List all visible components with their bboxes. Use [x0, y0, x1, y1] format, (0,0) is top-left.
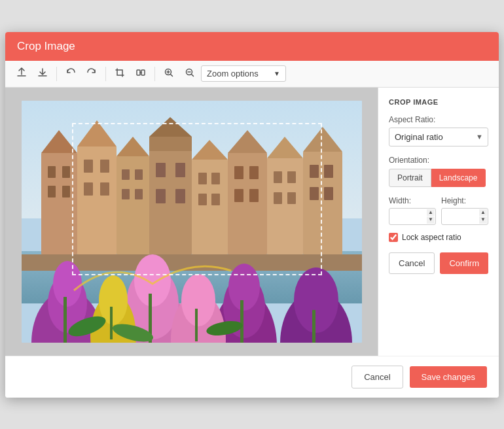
crop-panel-title: CROP IMAGE	[389, 98, 488, 106]
svg-rect-7	[41, 153, 77, 254]
redo-button[interactable]	[82, 65, 101, 83]
flip-icon	[135, 67, 146, 80]
svg-rect-29	[175, 163, 185, 177]
orientation-label: Orientation:	[389, 156, 488, 165]
svg-rect-74	[312, 310, 315, 343]
toolbar-separator-2	[105, 67, 106, 81]
undo-button[interactable]	[61, 65, 81, 83]
svg-rect-48	[274, 192, 282, 204]
cancel-crop-button[interactable]: Cancel	[389, 252, 435, 274]
svg-rect-52	[310, 165, 319, 178]
svg-rect-41	[249, 166, 259, 179]
cancel-main-button[interactable]: Cancel	[351, 366, 403, 388]
svg-rect-54	[310, 187, 319, 200]
crop-image	[22, 101, 362, 343]
width-label: Width:	[389, 196, 436, 205]
save-changes-button[interactable]: Save changes	[410, 366, 487, 388]
svg-rect-44	[267, 158, 303, 254]
svg-point-76	[181, 274, 215, 326]
toolbar-separator-1	[56, 67, 57, 81]
landscape-button[interactable]: Landscape	[431, 169, 486, 187]
lock-aspect-ratio-checkbox[interactable]	[389, 233, 398, 242]
zoom-out-icon	[185, 67, 195, 80]
svg-rect-32	[192, 160, 228, 254]
svg-rect-40	[234, 166, 243, 179]
svg-rect-35	[211, 173, 220, 184]
height-label: Height:	[441, 196, 488, 205]
svg-rect-21	[122, 169, 130, 180]
width-increment-button[interactable]: ▲	[427, 209, 435, 216]
zoom-dropdown-arrow-icon: ▼	[274, 70, 280, 77]
svg-rect-24	[135, 189, 143, 199]
width-decrement-button[interactable]: ▼	[427, 216, 435, 224]
svg-rect-22	[135, 169, 143, 180]
svg-rect-46	[274, 171, 282, 183]
svg-rect-31	[175, 189, 185, 203]
crop-actions: Cancel Confirm	[389, 252, 488, 274]
svg-rect-15	[84, 160, 93, 173]
aspect-ratio-wrapper: Original ratio 1:1 Square 4:3 16:9 Custo…	[389, 128, 488, 146]
svg-rect-53	[324, 165, 333, 178]
svg-rect-34	[198, 173, 207, 184]
crop-icon	[115, 67, 125, 80]
svg-rect-71	[110, 307, 113, 339]
svg-rect-28	[156, 163, 166, 177]
svg-rect-77	[195, 309, 198, 341]
redo-icon	[86, 67, 97, 80]
svg-rect-9	[48, 166, 56, 178]
zoom-in-icon	[164, 67, 174, 80]
svg-point-73	[294, 267, 338, 333]
svg-rect-11	[48, 186, 56, 197]
confirm-button[interactable]: Confirm	[440, 252, 488, 274]
height-group: Height: ▲ ▼	[441, 196, 488, 225]
svg-point-67	[228, 264, 260, 311]
image-area	[5, 88, 378, 356]
width-group: Width: ▲ ▼	[389, 196, 436, 225]
upload-icon	[16, 67, 27, 80]
svg-rect-55	[324, 187, 333, 200]
height-spinners: ▲ ▼	[479, 209, 487, 224]
height-increment-button[interactable]: ▲	[479, 209, 487, 216]
svg-rect-60	[63, 297, 67, 343]
aspect-ratio-select[interactable]: Original ratio 1:1 Square 4:3 16:9 Custo…	[389, 128, 488, 146]
main-area: CROP IMAGE Aspect Ratio: Original ratio …	[5, 88, 499, 356]
zoom-out-button[interactable]	[180, 65, 200, 83]
portrait-button[interactable]: Portrait	[389, 169, 431, 187]
height-decrement-button[interactable]: ▼	[479, 216, 487, 224]
orientation-buttons: Portrait Landscape	[389, 169, 488, 187]
zoom-options-label: Zoom options	[207, 69, 259, 78]
modal-title-bar: Crop Image	[5, 32, 499, 61]
toolbar: Zoom options ▼	[5, 61, 499, 88]
zoom-in-button[interactable]	[159, 65, 179, 83]
undo-icon	[65, 67, 76, 80]
flip-button[interactable]	[131, 65, 151, 83]
aspect-ratio-label: Aspect Ratio:	[389, 115, 488, 124]
zoom-options-dropdown[interactable]: Zoom options ▼	[201, 65, 286, 82]
svg-point-59	[53, 261, 82, 307]
svg-rect-43	[249, 189, 259, 202]
width-input-wrap: ▲ ▼	[389, 208, 436, 225]
svg-point-63	[134, 254, 171, 307]
svg-rect-18	[100, 182, 109, 196]
lock-aspect-ratio-label[interactable]: Lock aspect ratio	[389, 233, 488, 242]
width-spinners: ▲ ▼	[427, 209, 435, 224]
svg-rect-26	[149, 137, 192, 151]
lock-aspect-ratio-text: Lock aspect ratio	[402, 233, 461, 242]
image-container	[22, 101, 362, 343]
svg-rect-25	[149, 150, 192, 254]
svg-rect-30	[156, 189, 166, 203]
crop-button[interactable]	[110, 65, 130, 83]
upload-button[interactable]	[12, 65, 31, 83]
download-icon	[37, 67, 48, 80]
svg-rect-42	[234, 189, 243, 202]
modal-title: Crop Image	[17, 40, 75, 52]
svg-rect-49	[287, 192, 296, 204]
modal-footer: Cancel Save changes	[5, 356, 499, 398]
download-button[interactable]	[33, 65, 52, 83]
svg-rect-47	[287, 171, 296, 183]
svg-rect-50	[303, 152, 342, 254]
svg-rect-17	[84, 182, 93, 196]
svg-rect-38	[228, 153, 267, 254]
dimensions-row: Width: ▲ ▼ Height: ▲	[389, 196, 488, 225]
svg-rect-10	[62, 166, 70, 178]
